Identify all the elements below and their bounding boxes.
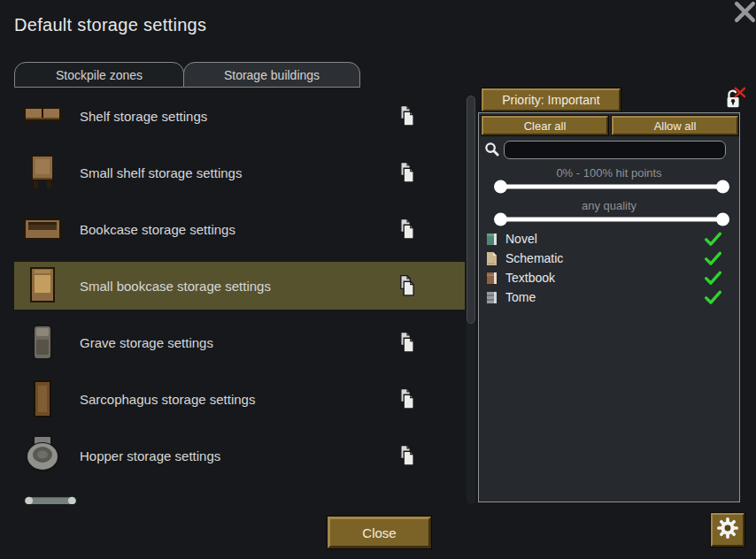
list-item-label: Sarcophagus storage settings xyxy=(80,392,255,407)
list-item-small-bookcase-storage-settings[interactable]: Small bookcase storage settings xyxy=(14,262,465,310)
search-input[interactable] xyxy=(504,141,726,159)
copy-settings-icon[interactable] xyxy=(398,104,415,127)
slider-track xyxy=(500,185,723,189)
list-item-label: Grave storage settings xyxy=(80,335,213,350)
allowed-check-icon xyxy=(705,232,721,246)
list-item-sarcophagus-storage-settings[interactable]: Sarcophagus storage settings xyxy=(14,375,465,423)
allow-item-novel[interactable]: Novel xyxy=(479,229,739,249)
default-storage-settings-dialog: Default storage settings Stockpile zones… xyxy=(0,0,756,559)
tab-bar: Stockpile zonesStorage buildings xyxy=(0,62,756,88)
sarcophagus-icon xyxy=(21,379,64,418)
list-item-grave-storage-settings[interactable]: Grave storage settings xyxy=(14,318,465,366)
textbook-icon xyxy=(485,271,498,286)
list-item-shelf-storage-settings[interactable]: Shelf storage settings xyxy=(14,92,465,140)
novel-icon xyxy=(485,232,498,247)
slider-handle-max[interactable] xyxy=(716,180,729,194)
copy-settings-icon[interactable] xyxy=(398,274,415,297)
list-item-partial[interactable] xyxy=(14,488,465,504)
list-item-label: Bookcase storage settings xyxy=(80,222,235,237)
priority-button[interactable]: Priority: Important xyxy=(482,88,621,111)
bookcase-icon xyxy=(21,210,64,249)
hit-points-label: 0% - 100% hit points xyxy=(479,166,739,180)
page-title: Default storage settings xyxy=(14,15,206,35)
allow-item-label: Textbook xyxy=(505,271,555,285)
allowed-check-icon xyxy=(705,290,721,304)
allow-item-label: Schematic xyxy=(505,251,563,265)
copy-settings-icon[interactable] xyxy=(398,161,415,184)
slider-handle-max[interactable] xyxy=(716,213,729,226)
settings-gear-button[interactable] xyxy=(711,513,744,547)
tome-icon xyxy=(485,290,498,305)
tab-stockpile-zones[interactable]: Stockpile zones xyxy=(14,62,184,88)
hit-points-slider[interactable] xyxy=(496,179,728,195)
allow-item-label: Novel xyxy=(505,232,537,246)
quality-slider[interactable] xyxy=(496,211,728,227)
lock-icon[interactable] xyxy=(722,87,745,110)
gear-icon xyxy=(716,517,739,543)
allow-list: NovelSchematicTextbookTome xyxy=(479,229,739,307)
list-item-label: Shelf storage settings xyxy=(80,109,207,124)
allowed-check-icon xyxy=(705,271,721,285)
schematic-icon xyxy=(485,251,498,266)
slider-handle-min[interactable] xyxy=(494,180,507,194)
copy-settings-icon[interactable] xyxy=(398,444,415,467)
slab-icon xyxy=(23,495,78,504)
copy-settings-icon[interactable] xyxy=(398,218,415,241)
tab-storage-buildings[interactable]: Storage buildings xyxy=(183,62,360,88)
slider-handle-min[interactable] xyxy=(494,213,507,226)
list-item-small-shelf-storage-settings[interactable]: Small shelf storage settings xyxy=(14,149,465,196)
list-scrollbar[interactable] xyxy=(467,96,475,504)
list-item-label: Hopper storage settings xyxy=(80,448,220,463)
hopper-icon xyxy=(21,436,64,475)
storage-list: Shelf storage settingsSmall shelf storag… xyxy=(0,92,466,504)
list-item-label: Small bookcase storage settings xyxy=(80,279,271,294)
allow-item-label: Tome xyxy=(505,290,536,304)
allow-item-textbook[interactable]: Textbook xyxy=(479,268,739,287)
shelf-icon xyxy=(21,96,64,135)
slider-track xyxy=(500,218,723,222)
close-button[interactable]: Close xyxy=(328,517,431,548)
allow-item-schematic[interactable]: Schematic xyxy=(479,249,739,268)
search-icon xyxy=(484,142,499,157)
small-shelf-icon xyxy=(21,153,64,192)
allow-all-button[interactable]: Allow all xyxy=(612,116,738,135)
copy-settings-icon[interactable] xyxy=(398,387,415,410)
filter-panel: Clear all Allow all 0% - 100% hit points… xyxy=(478,112,740,502)
copy-settings-icon[interactable] xyxy=(398,331,415,354)
scrollbar-thumb[interactable] xyxy=(467,96,475,324)
quality-label: any quality xyxy=(479,199,739,212)
allow-item-tome[interactable]: Tome xyxy=(479,287,739,307)
grave-icon xyxy=(21,323,64,362)
allowed-check-icon xyxy=(705,251,721,265)
list-item-bookcase-storage-settings[interactable]: Bookcase storage settings xyxy=(14,205,465,253)
list-item-label: Small shelf storage settings xyxy=(80,165,242,180)
list-item-hopper-storage-settings[interactable]: Hopper storage settings xyxy=(14,432,465,479)
clear-all-button[interactable]: Clear all xyxy=(482,116,608,135)
close-icon[interactable] xyxy=(734,1,756,23)
small-bookcase-icon xyxy=(21,266,64,305)
